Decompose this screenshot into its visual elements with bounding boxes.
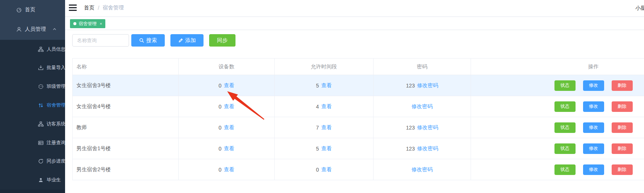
table-row: 教师 0 查看 7 查看 123 修改密码 状态 修改 删除 [73, 117, 644, 138]
view-periods-link[interactable]: 查看 [321, 145, 332, 152]
sidebar-item-dorm-mgmt[interactable]: 宿舍管理 [0, 96, 65, 115]
username[interactable]: 小星 [635, 5, 644, 12]
col-header-name: 名称 [73, 59, 179, 75]
sync-button[interactable]: 同步 [209, 34, 235, 47]
table-row: 女生宿舍4号楼 0 查看 4 查看 修改密码 状态 修改 删除 [73, 96, 644, 117]
status-button[interactable]: 状态 [554, 143, 576, 154]
sidebar-item-sync-progress[interactable]: 同步进度 [0, 152, 65, 171]
person-icon [38, 177, 44, 183]
cell-password: 123 修改密码 [374, 117, 471, 138]
cell-devices: 0 查看 [179, 96, 275, 117]
cell-devices: 0 查看 [179, 117, 275, 138]
change-password-link[interactable]: 修改密码 [412, 103, 433, 110]
sidebar-bottom-strip [0, 190, 65, 193]
cell-password: 123 修改密码 [374, 75, 471, 96]
dorm-name: 教师 [76, 124, 87, 131]
status-button[interactable]: 状态 [554, 101, 576, 112]
cell-periods: 5 查看 [275, 138, 374, 159]
table-row: 男生宿舍2号楼 0 查看 0 查看 修改密码 状态 修改 删除 [73, 159, 644, 180]
breadcrumb-home[interactable]: 首页 [84, 5, 94, 11]
change-password-link[interactable]: 修改密码 [417, 145, 438, 152]
breadcrumb-current: 宿舍管理 [103, 5, 124, 11]
top-bar: 首页 / 宿舍管理 小星 [65, 0, 644, 17]
add-button[interactable]: 添加 [170, 34, 204, 47]
view-periods-link[interactable]: 查看 [321, 124, 332, 131]
table-row: 男生宿舍1号楼 0 查看 5 查看 123 修改密码 状态 修改 删除 [73, 138, 644, 159]
sitemap-icon [38, 46, 44, 52]
status-button[interactable]: 状态 [554, 80, 576, 91]
sidebar-item-home[interactable]: 首页 [0, 0, 65, 20]
edit-button[interactable]: 修改 [583, 164, 604, 175]
search-button[interactable]: 搜索 [131, 34, 165, 47]
change-password-link[interactable]: 修改密码 [412, 166, 433, 173]
tab-bar: 宿舍管理 × [65, 17, 644, 30]
app-window: 首页 人员管理 人员信息 批量导入 班级管理 宿舍管理 访客系统 注册查询 同步… [0, 0, 644, 193]
sidebar-item-personnel[interactable]: 人员管理 [0, 20, 65, 39]
edit-button[interactable]: 修改 [583, 101, 604, 112]
dorm-name: 男生宿舍2号楼 [76, 166, 111, 173]
period-count: 5 [316, 146, 319, 152]
sidebar-item-batch-import[interactable]: 批量导入 [0, 59, 65, 77]
view-devices-link[interactable]: 查看 [224, 145, 234, 152]
delete-button[interactable]: 删除 [612, 122, 633, 133]
col-header-password: 密码 [374, 59, 471, 75]
view-periods-link[interactable]: 查看 [321, 82, 332, 89]
import-icon [38, 65, 44, 71]
password-value: 123 [406, 146, 415, 152]
dorm-name: 女生宿舍4号楼 [76, 103, 111, 110]
cell-password: 123 修改密码 [374, 138, 471, 159]
close-icon[interactable]: × [100, 21, 102, 26]
delete-button[interactable]: 删除 [612, 101, 633, 112]
status-button[interactable]: 状态 [554, 164, 576, 175]
search-input[interactable] [72, 34, 129, 47]
user-group-icon [16, 26, 22, 32]
cell-devices: 0 查看 [179, 159, 275, 180]
cell-actions: 状态 修改 删除 [471, 159, 644, 180]
status-button[interactable]: 状态 [554, 122, 576, 133]
sidebar-item-register-query[interactable]: 注册查询 [0, 133, 65, 152]
change-password-link[interactable]: 修改密码 [417, 124, 438, 131]
view-devices-link[interactable]: 查看 [224, 166, 234, 173]
view-periods-link[interactable]: 查看 [321, 166, 332, 173]
edit-button[interactable]: 修改 [583, 122, 604, 133]
sidebar-item-class-mgmt[interactable]: 班级管理 [0, 77, 65, 96]
period-count: 5 [316, 83, 319, 89]
cell-periods: 4 查看 [275, 96, 374, 117]
cell-actions: 状态 修改 删除 [471, 96, 644, 117]
delete-button[interactable]: 删除 [612, 80, 633, 91]
table-header-row: 名称 设备数 允许时间段 密码 操作 [73, 59, 644, 75]
delete-button[interactable]: 删除 [612, 164, 633, 175]
device-count: 0 [219, 104, 222, 110]
view-periods-link[interactable]: 查看 [321, 103, 332, 110]
pencil-icon [178, 38, 183, 43]
device-count: 0 [219, 83, 222, 89]
view-devices-link[interactable]: 查看 [224, 124, 234, 131]
dorm-name: 男生宿舍1号楼 [76, 145, 111, 152]
sidebar-item-graduate[interactable]: 毕业生 [0, 171, 65, 190]
dorm-name: 女生宿舍3号楼 [76, 82, 111, 89]
period-count: 7 [316, 125, 319, 131]
delete-button[interactable]: 删除 [612, 143, 633, 154]
sort-arrows-icon [38, 102, 44, 108]
edit-button[interactable]: 修改 [583, 143, 604, 154]
breadcrumb: 首页 / 宿舍管理 [84, 5, 124, 11]
sidebar-item-visitor-system[interactable]: 访客系统 [0, 115, 65, 133]
tab-label: 宿舍管理 [79, 21, 97, 27]
cell-name: 女生宿舍3号楼 [73, 75, 179, 96]
cell-password: 修改密码 [374, 96, 471, 117]
sidebar-item-person-info[interactable]: 人员信息 [0, 40, 65, 59]
hamburger-menu-icon[interactable] [69, 5, 77, 11]
tab-dorm-management[interactable]: 宿舍管理 × [70, 19, 105, 28]
cell-devices: 0 查看 [179, 138, 275, 159]
view-devices-link[interactable]: 查看 [224, 103, 234, 110]
dorm-table: 名称 设备数 允许时间段 密码 操作 女生宿舍3号楼 0 查看 5 查看 123… [72, 58, 644, 180]
change-password-link[interactable]: 修改密码 [417, 82, 438, 89]
cell-name: 男生宿舍2号楼 [73, 159, 179, 180]
cell-actions: 状态 修改 删除 [471, 75, 644, 96]
period-count: 4 [316, 104, 319, 110]
view-devices-link[interactable]: 查看 [224, 82, 234, 89]
password-value: 123 [406, 83, 415, 89]
edit-button[interactable]: 修改 [583, 80, 604, 91]
password-value: 123 [406, 125, 415, 131]
active-dot-icon [73, 22, 76, 25]
